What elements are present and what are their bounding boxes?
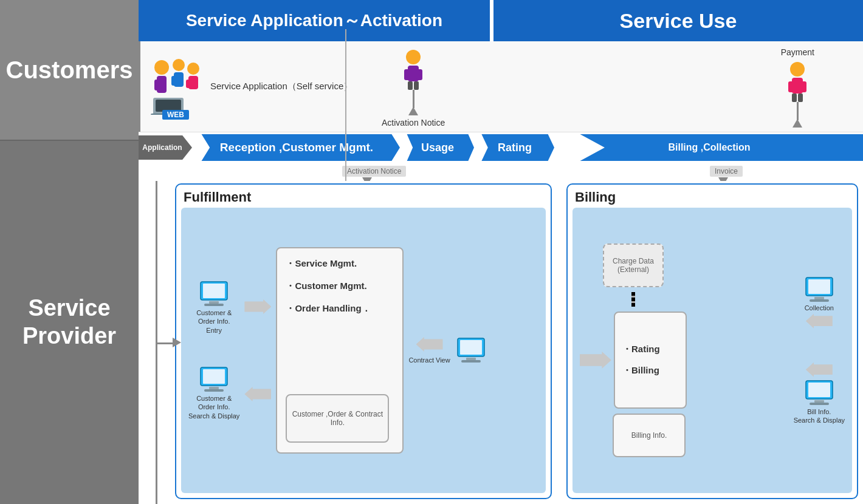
bottom-area: Fulfillment Customer &Order Inf bbox=[139, 181, 863, 504]
svg-rect-30 bbox=[204, 304, 224, 306]
svg-rect-25 bbox=[792, 94, 797, 102]
svg-rect-40 bbox=[808, 279, 830, 294]
svg-rect-11 bbox=[193, 80, 198, 88]
contract-view-label: Contract View bbox=[408, 356, 450, 364]
invoice-sublabel: Invoice bbox=[710, 166, 743, 177]
contract-db-box: Customer ,Order & Contract Info. bbox=[286, 394, 389, 443]
service-mgmt-label: ・Service Mgmt. bbox=[286, 258, 394, 270]
billing-collection-arrow: Billing ,Collection bbox=[555, 134, 863, 161]
right-computers-column: Collection bbox=[794, 276, 845, 425]
computer-icon-5 bbox=[803, 380, 835, 406]
person-payment-icon bbox=[782, 60, 813, 102]
svg-rect-29 bbox=[209, 301, 219, 304]
charge-data-box: Charge Data(External) bbox=[603, 243, 664, 287]
svg-point-4 bbox=[173, 59, 185, 71]
usage-label: Usage bbox=[421, 141, 454, 154]
svg-rect-28 bbox=[203, 284, 225, 298]
computer-entry-label: Customer &Order Info.Entry bbox=[196, 308, 232, 335]
computer-icon-3 bbox=[455, 337, 487, 364]
customers-section: Customers bbox=[0, 0, 139, 140]
svg-point-21 bbox=[790, 62, 805, 77]
header-row: Service Application～Activation Service U… bbox=[139, 0, 863, 41]
svg-point-0 bbox=[154, 60, 169, 75]
left-computers-column: Customer &Order Info.Entry Customer &Ord… bbox=[188, 281, 239, 420]
svg-rect-2 bbox=[154, 80, 159, 90]
activation-notice-sublabel: Activation Notice bbox=[342, 166, 406, 177]
bill-info-computer: Bill Info.Search & Display bbox=[794, 363, 845, 425]
svg-rect-7 bbox=[179, 76, 184, 86]
customer-mgmt-label: ・Customer Mgmt. bbox=[286, 281, 394, 292]
payment-up-line bbox=[797, 102, 799, 120]
svg-rect-44 bbox=[808, 383, 830, 397]
svg-rect-45 bbox=[814, 400, 824, 403]
computer-icon-1 bbox=[198, 281, 230, 307]
svg-point-15 bbox=[406, 50, 421, 64]
rating-billing-card: ・Rating ・Billing bbox=[614, 312, 687, 409]
collection-computer: Collection bbox=[803, 276, 835, 329]
svg-rect-26 bbox=[798, 94, 803, 102]
application-label: Application bbox=[142, 143, 182, 152]
arrow-bill-info bbox=[806, 363, 833, 377]
billing-info-box: Billing Info. bbox=[613, 414, 686, 457]
person-family-icon bbox=[148, 54, 203, 115]
svg-rect-34 bbox=[204, 389, 224, 392]
order-handling-label: ・Order Handling． bbox=[286, 303, 394, 315]
svg-rect-38 bbox=[461, 360, 481, 363]
computer-icon-4 bbox=[803, 276, 835, 303]
header-activation: Service Application～Activation bbox=[139, 0, 490, 41]
svg-rect-3 bbox=[162, 80, 167, 90]
fulfillment-title: Fulfillment bbox=[181, 189, 546, 208]
rating-billing-row: ・Rating ・Billing bbox=[580, 312, 687, 409]
service-app-label: Service Application（Self service） bbox=[210, 81, 352, 92]
payment-section: Payment bbox=[781, 47, 814, 128]
billing-item: ・Billing bbox=[622, 365, 659, 376]
svg-point-8 bbox=[187, 63, 199, 75]
vertical-divider bbox=[345, 29, 346, 181]
computer-entry: Customer &Order Info.Entry bbox=[196, 281, 232, 335]
process-arrow-row: Application Reception ,Customer Mgmt. Us… bbox=[139, 132, 863, 163]
arrow-contract-view bbox=[416, 337, 443, 352]
billing-title: Billing bbox=[572, 189, 852, 208]
activation-up-arrow bbox=[408, 107, 418, 115]
service-provider-label: ServiceProvider bbox=[22, 295, 116, 350]
arrow-collection-to-rating bbox=[806, 314, 833, 329]
computer-search-label: Customer &Order Info.Search & Display bbox=[188, 394, 239, 420]
header-service-use: Service Use bbox=[493, 0, 863, 41]
left-border-line bbox=[139, 41, 140, 132]
sidebar: Customers ServiceProvider bbox=[0, 0, 139, 504]
arrow-to-rating-box bbox=[580, 352, 611, 369]
customer-area: WEB Service Application（Self service） bbox=[139, 41, 863, 132]
arrow-entry-to-center bbox=[244, 299, 271, 314]
svg-rect-33 bbox=[209, 387, 219, 389]
activation-up-line bbox=[413, 90, 414, 108]
web-badge: WEB bbox=[162, 110, 189, 120]
bill-info-label: Bill Info.Search & Display bbox=[794, 407, 845, 425]
arrow-center-to-search bbox=[244, 387, 271, 401]
svg-rect-36 bbox=[460, 340, 482, 355]
svg-rect-6 bbox=[171, 76, 176, 86]
person-activation-icon bbox=[398, 47, 428, 90]
charge-dashed-line bbox=[631, 292, 635, 307]
fulfillment-content: Customer &Order Info.Entry Customer &Ord… bbox=[181, 208, 546, 493]
service-provider-section: ServiceProvider bbox=[0, 141, 139, 504]
application-arrow: Application bbox=[139, 135, 192, 160]
box-gap bbox=[557, 183, 562, 499]
svg-rect-19 bbox=[408, 81, 413, 90]
service-use-header-label: Service Use bbox=[620, 9, 737, 33]
svg-rect-24 bbox=[800, 81, 806, 92]
svg-rect-10 bbox=[186, 80, 191, 88]
activation-notice-text: Activation Notice bbox=[382, 118, 445, 128]
usage-arrow: Usage bbox=[401, 134, 474, 161]
svg-rect-18 bbox=[416, 69, 422, 80]
contract-view-section: Contract View bbox=[408, 337, 450, 364]
svg-rect-20 bbox=[414, 81, 419, 90]
sublabel-row: Activation Notice Invoice bbox=[139, 163, 863, 181]
reception-arrow: Reception ,Customer Mgmt. bbox=[193, 134, 400, 161]
payment-up-arrow bbox=[793, 119, 802, 128]
svg-rect-32 bbox=[203, 369, 225, 384]
svg-rect-37 bbox=[466, 358, 476, 360]
billing-collection-label: Billing ,Collection bbox=[668, 142, 750, 153]
svg-rect-23 bbox=[788, 81, 794, 92]
billing-box: Billing Charge Data(External) bbox=[566, 183, 858, 499]
svg-rect-42 bbox=[810, 299, 829, 302]
